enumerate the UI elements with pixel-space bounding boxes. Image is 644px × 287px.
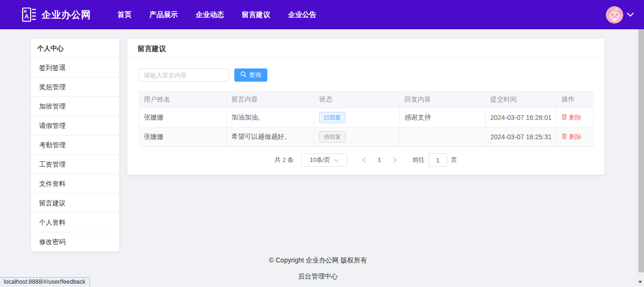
search-input[interactable] — [139, 68, 229, 82]
scrollbar-thumb[interactable] — [638, 29, 644, 272]
sidebar-item-feedback[interactable]: 留言建议 — [31, 194, 119, 213]
next-page-button[interactable] — [387, 153, 403, 167]
page-size-value: 10条/页 — [310, 156, 330, 164]
sidebar-item-overtime[interactable]: 加班管理 — [31, 97, 119, 116]
sidebar-item-profile[interactable]: 个人资料 — [31, 213, 119, 232]
admin-center-link[interactable]: 后台管理中心 — [0, 272, 636, 281]
pagination: 共 2 条 10条/页 1 前往 页 — [139, 153, 593, 167]
col-status: 状态 — [314, 92, 400, 108]
top-navbar: A 企业办公网 首页 产品展示 企业动态 留言建议 企业公告 — [0, 0, 644, 29]
sidebar-item-checkin[interactable]: 签到签退 — [31, 58, 119, 77]
table-header-row: 用户姓名 留言内容 状态 回复内容 提交时间 操作 — [139, 92, 594, 108]
sidebar-item-attendance[interactable]: 考勤管理 — [31, 135, 119, 155]
search-row: 查询 — [139, 68, 593, 82]
sidebar-item-leave[interactable]: 请假管理 — [31, 116, 119, 135]
sidebar-item-password[interactable]: 修改密码 — [31, 232, 119, 252]
cell-reply — [400, 127, 486, 147]
delete-button[interactable]: 删除 — [561, 133, 581, 141]
chevron-down-icon[interactable] — [627, 13, 634, 17]
pagination-total: 共 2 条 — [274, 156, 293, 164]
col-username: 用户姓名 — [139, 92, 227, 108]
page-number-current[interactable]: 1 — [372, 153, 387, 167]
cell-username: 张姗姗 — [139, 108, 227, 127]
brand[interactable]: A 企业办公网 — [22, 7, 91, 23]
cell-content: 希望可以越做越好。 — [227, 127, 314, 147]
nav-item-feedback[interactable]: 留言建议 — [242, 10, 270, 19]
table-row: 张姗姗 希望可以越做越好。 待回复 2024-03-07 16:25:31 删除 — [139, 127, 594, 147]
delete-button[interactable]: 删除 — [561, 113, 581, 122]
svg-text:A: A — [25, 13, 29, 20]
trash-icon — [561, 133, 569, 141]
nav-item-announcement[interactable]: 企业公告 — [288, 10, 316, 19]
page-size-select[interactable]: 10条/页 — [301, 153, 347, 167]
nav-right — [606, 6, 634, 24]
chevron-down-icon — [330, 157, 339, 164]
nav-menu: 首页 产品展示 企业动态 留言建议 企业公告 — [117, 10, 334, 19]
sidebar-item-files[interactable]: 文件资料 — [31, 174, 119, 194]
sidebar-title: 个人中心 — [31, 39, 119, 58]
nav-item-news[interactable]: 企业动态 — [196, 10, 224, 19]
cell-actions: 删除 — [557, 127, 594, 147]
col-reply: 回复内容 — [400, 92, 486, 108]
search-button[interactable]: 查询 — [234, 68, 267, 82]
trash-icon — [561, 114, 569, 121]
cell-status: 已回复 — [314, 108, 400, 127]
vertical-scrollbar[interactable] — [636, 29, 644, 287]
cell-reply: 感谢支持 — [400, 108, 486, 127]
copyright-text: © Copyright 企业办公网 版权所有 — [0, 256, 636, 265]
feedback-panel: 留言建议 查询 用户姓名 留言内容 状态 回复内容 — [127, 39, 604, 175]
col-time: 提交时间 — [486, 92, 557, 108]
prev-page-button[interactable] — [356, 153, 372, 167]
status-badge-replied: 已回复 — [319, 112, 346, 123]
status-badge-pending: 待回复 — [319, 131, 346, 143]
col-actions: 操作 — [557, 92, 594, 108]
delete-button-label: 删除 — [569, 113, 581, 122]
contact-card-logo-icon: A — [22, 7, 37, 23]
feedback-table: 用户姓名 留言内容 状态 回复内容 提交时间 操作 张姗姗 加油加油。 已回复 … — [139, 91, 594, 147]
sidebar-item-rewards[interactable]: 奖惩管理 — [31, 77, 119, 97]
sidebar: 个人中心 签到签退 奖惩管理 加班管理 请假管理 考勤管理 工资管理 文件资料 … — [31, 39, 119, 252]
page-unit-label: 页 — [451, 156, 457, 164]
sidebar-item-salary[interactable]: 工资管理 — [31, 155, 119, 174]
goto-page-input[interactable] — [429, 153, 447, 167]
cell-time: 2024-03-07 16:25:31 — [486, 127, 557, 147]
page-title: 留言建议 — [127, 39, 604, 58]
col-content: 留言内容 — [227, 92, 314, 108]
search-icon — [240, 71, 249, 79]
cell-time: 2024-03-07 16:28:01 — [486, 108, 557, 127]
nav-item-home[interactable]: 首页 — [117, 10, 132, 19]
delete-button-label: 删除 — [569, 133, 581, 141]
browser-status-url: localhost:8888/#/user/feedback — [0, 277, 90, 287]
user-avatar[interactable] — [606, 6, 623, 24]
cell-content: 加油加油。 — [227, 108, 314, 127]
nav-item-products[interactable]: 产品展示 — [149, 10, 178, 19]
cell-username: 张姗姗 — [139, 127, 227, 147]
goto-label: 前往 — [413, 156, 425, 164]
cell-status: 待回复 — [314, 127, 400, 147]
cell-actions: 删除 — [557, 108, 594, 127]
search-button-label: 查询 — [249, 71, 261, 79]
table-row: 张姗姗 加油加油。 已回复 感谢支持 2024-03-07 16:28:01 删… — [139, 108, 594, 127]
brand-title: 企业办公网 — [41, 8, 91, 21]
footer: © Copyright 企业办公网 版权所有 后台管理中心 — [0, 256, 636, 281]
scrollbar-down-arrow-icon[interactable] — [637, 279, 643, 284]
